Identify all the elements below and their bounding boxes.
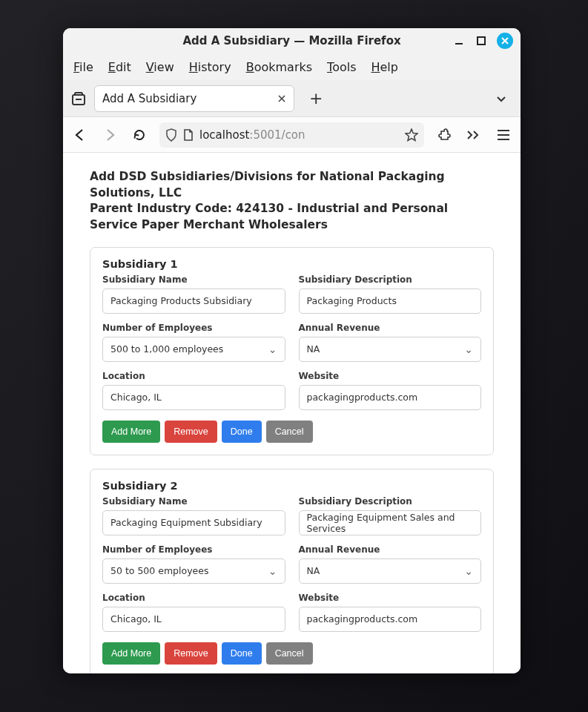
done-button[interactable]: Done [222,421,262,443]
window-close-button[interactable] [497,33,513,49]
cancel-button[interactable]: Cancel [266,642,313,665]
label-location: Location [102,593,285,603]
new-tab-button[interactable]: + [302,89,330,108]
menubar: File Edit View History Bookmarks Tools H… [63,53,521,80]
page-heading: Add DSD Subsidiaries/Divisions for Natio… [90,169,494,234]
cancel-button[interactable]: Cancel [266,421,313,443]
tab-bar: Add A Subsidiary + [63,80,521,117]
remove-button[interactable]: Remove [165,421,217,443]
input-location[interactable]: Chicago, IL [102,607,285,632]
label-subsidiary-description: Subsidiary Description [299,274,482,285]
add-more-button[interactable]: Add More [102,421,160,443]
label-subsidiary-name: Subsidiary Name [102,274,285,285]
label-website: Website [299,593,482,603]
subsidiary-card-1: Subsidiary 1 Subsidiary Name Packaging P… [90,247,494,455]
window-titlebar: Add A Subsidiary — Mozilla Firefox [63,28,521,53]
select-employees[interactable]: 50 to 500 employees [102,558,285,584]
label-location: Location [102,371,285,381]
window-maximize-button[interactable] [475,34,488,47]
forward-button[interactable] [100,125,119,145]
select-employees[interactable]: 500 to 1,000 employees [102,337,285,362]
menu-edit[interactable]: Edit [108,60,131,74]
window-title: Add A Subsidiary — Mozilla Firefox [182,34,400,47]
shield-icon[interactable] [165,128,177,142]
page-content: Add DSD Subsidiaries/Divisions for Natio… [63,153,521,673]
menu-view[interactable]: View [146,60,174,74]
window-minimize-button[interactable] [452,34,466,47]
menu-help[interactable]: Help [371,60,397,74]
remove-button[interactable]: Remove [165,642,217,665]
url-text: localhost:5001/con [199,128,305,142]
subsidiary-title: Subsidiary 2 [102,480,481,492]
label-subsidiary-name: Subsidiary Name [102,496,285,507]
tabs-list-button[interactable] [495,93,513,105]
browser-window: Add A Subsidiary — Mozilla Firefox File … [63,28,521,673]
input-website[interactable]: packagingproducts.com [299,385,482,410]
input-website[interactable]: packagingproducts.com [299,607,482,632]
recent-browsing-icon[interactable] [70,90,87,107]
input-subsidiary-name[interactable]: Packaging Products Subsidiary [102,289,285,314]
input-subsidiary-description[interactable]: Packaging Equipment Sales and Services [299,510,482,535]
subsidiary-card-2: Subsidiary 2 Subsidiary Name Packaging E… [90,469,494,673]
svg-rect-5 [75,93,82,95]
bookmark-star-icon[interactable] [405,128,418,142]
url-bar[interactable]: localhost:5001/con [159,122,424,148]
reload-button[interactable] [130,125,149,145]
browser-tab[interactable]: Add A Subsidiary [94,85,294,112]
label-employees: Number of Employees [102,544,285,555]
menu-bookmarks[interactable]: Bookmarks [246,60,312,74]
navigation-toolbar: localhost:5001/con [63,117,521,153]
select-revenue[interactable]: NA [299,337,482,362]
extensions-button[interactable] [435,125,454,145]
select-revenue[interactable]: NA [299,558,482,584]
page-icon [183,128,194,142]
input-subsidiary-description[interactable]: Packaging Products [299,289,482,314]
label-employees: Number of Employees [102,323,285,333]
overflow-button[interactable] [464,125,483,145]
input-subsidiary-name[interactable]: Packaging Equipment Subsidiary [102,510,285,535]
hamburger-menu-button[interactable] [494,125,513,145]
svg-marker-9 [406,129,417,141]
label-subsidiary-description: Subsidiary Description [299,496,482,507]
label-revenue: Annual Revenue [299,323,482,333]
label-website: Website [299,371,482,381]
menu-history[interactable]: History [189,60,231,74]
label-revenue: Annual Revenue [299,544,482,555]
tab-close-button[interactable] [277,94,286,103]
input-location[interactable]: Chicago, IL [102,385,285,410]
svg-rect-1 [478,37,485,44]
add-more-button[interactable]: Add More [102,642,160,665]
done-button[interactable]: Done [222,642,262,665]
menu-file[interactable]: File [73,60,93,74]
subsidiary-title: Subsidiary 1 [102,258,481,270]
menu-tools[interactable]: Tools [327,60,356,74]
tab-title: Add A Subsidiary [102,92,196,105]
back-button[interactable] [70,125,90,145]
